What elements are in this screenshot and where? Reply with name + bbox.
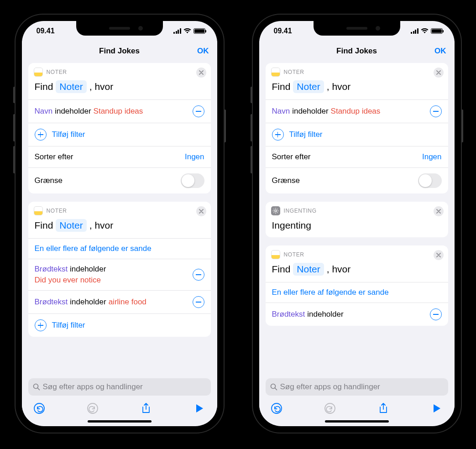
undo-button[interactable]	[33, 402, 46, 415]
gear-app-icon	[271, 206, 280, 215]
filter-operator[interactable]: indeholder	[70, 265, 106, 273]
filter-attribute[interactable]: Brødtekst	[272, 310, 305, 319]
action-title[interactable]: Find Noter , hvor	[266, 261, 448, 282]
done-button[interactable]: OK	[434, 47, 446, 56]
condition-group-button[interactable]: En eller flere af følgende er sande	[28, 239, 211, 259]
search-icon	[33, 383, 40, 391]
notes-app-icon	[34, 206, 43, 215]
condition-group-button[interactable]: En eller flere af følgende er sande	[266, 282, 448, 303]
sort-by-row[interactable]: Sorter efter Ingen	[266, 146, 448, 167]
wifi-icon	[421, 28, 429, 34]
search-input[interactable]: Søg efter apps og handlinger	[266, 378, 448, 396]
sort-value[interactable]: Ingen	[185, 152, 204, 162]
add-filter-button[interactable]: Tilføj filter	[28, 123, 211, 146]
limit-row: Grænse	[266, 168, 448, 193]
sort-value[interactable]: Ingen	[422, 152, 442, 162]
remove-action-button[interactable]	[434, 206, 444, 216]
undo-button[interactable]	[270, 402, 283, 415]
page-title: Find Jokes	[99, 47, 140, 56]
remove-filter-button[interactable]	[430, 105, 442, 117]
notes-token[interactable]: Noter	[293, 80, 324, 93]
share-button[interactable]	[140, 402, 152, 415]
svg-line-10	[277, 212, 277, 213]
filter-value[interactable]: airline food	[109, 298, 146, 307]
filter-value[interactable]: Standup ideas	[331, 107, 381, 116]
remove-action-button[interactable]	[196, 68, 206, 78]
action-card-nothing: INGENTING Ingenting	[266, 202, 448, 237]
where-word: , hvor	[89, 81, 114, 92]
notes-token[interactable]: Noter	[293, 263, 324, 276]
filter-row[interactable]: Navn indeholder Standup ideas	[266, 100, 448, 123]
svg-line-11	[277, 209, 277, 209]
filter-operator[interactable]: indeholder	[307, 310, 343, 319]
filter-attribute[interactable]: Brødtekst	[35, 265, 68, 273]
search-placeholder: Søg efter apps og handlinger	[43, 382, 143, 392]
filter-operator[interactable]: indeholder	[70, 298, 106, 307]
battery-icon	[431, 28, 443, 34]
cellular-icon	[173, 28, 181, 34]
action-card-find-notes-3: NOTER Find Noter , hvor En eller flere a…	[266, 245, 448, 326]
limit-row: Grænse	[28, 168, 211, 193]
filter-row[interactable]: Navn indeholder Standup ideas	[28, 100, 211, 123]
add-filter-button[interactable]: Tilføj filter	[266, 123, 448, 146]
run-button[interactable]	[193, 402, 206, 415]
filter-attribute[interactable]: Brødtekst	[35, 298, 68, 307]
svg-line-12	[273, 212, 274, 213]
remove-filter-button[interactable]	[193, 105, 204, 117]
remove-action-button[interactable]	[434, 250, 444, 260]
bottom-toolbar	[22, 398, 217, 419]
notes-app-icon	[271, 250, 280, 259]
limit-label: Grænse	[35, 176, 63, 185]
home-indicator[interactable]	[88, 420, 152, 423]
search-bar-container: Søg efter apps og handlinger	[259, 377, 455, 398]
notes-token[interactable]: Noter	[56, 219, 86, 232]
notes-token[interactable]: Noter	[56, 80, 86, 93]
remove-filter-button[interactable]	[430, 308, 442, 320]
action-card-find-notes-2: NOTER Find Noter , hvor En eller flere a…	[28, 202, 211, 337]
search-input[interactable]: Søg efter apps og handlinger	[28, 378, 211, 396]
limit-toggle[interactable]	[418, 173, 442, 188]
card-app-label: NOTER	[47, 69, 67, 75]
filter-row[interactable]: Brødtekst indeholder airline food	[28, 291, 211, 313]
svg-line-14	[275, 388, 277, 390]
run-button[interactable]	[430, 402, 443, 415]
filter-value[interactable]: Did you ever notice	[35, 276, 101, 285]
notes-app-icon	[271, 68, 280, 77]
svg-line-1	[37, 388, 39, 390]
filter-value[interactable]: Standup ideas	[94, 107, 143, 116]
device-frame-right: 09.41 Find Jokes OK NOTER	[252, 14, 462, 433]
sort-by-row[interactable]: Sorter efter Ingen	[28, 146, 211, 167]
action-title[interactable]: Find Noter , hvor	[28, 78, 211, 99]
editor-content: NOTER Find Noter , hvor Navn indeholder …	[259, 61, 455, 377]
filter-attribute[interactable]: Navn	[35, 107, 53, 116]
notch	[76, 21, 163, 36]
sort-label: Sorter efter	[35, 152, 73, 162]
action-title[interactable]: Find Noter , hvor	[266, 78, 448, 99]
remove-action-button[interactable]	[196, 206, 206, 216]
action-title[interactable]: Find Noter , hvor	[28, 217, 211, 238]
share-button[interactable]	[377, 402, 390, 415]
bottom-toolbar	[259, 398, 455, 419]
wifi-icon	[183, 28, 191, 34]
redo-button[interactable]	[324, 402, 336, 415]
card-app-label: INGENTING	[284, 208, 317, 214]
home-indicator[interactable]	[325, 420, 389, 423]
filter-attribute[interactable]: Navn	[272, 107, 290, 116]
redo-button[interactable]	[86, 402, 99, 415]
remove-action-button[interactable]	[434, 68, 444, 78]
nothing-action-title[interactable]: Ingenting	[266, 217, 448, 237]
screen: 09.41 Find Jokes OK NOTER	[22, 21, 217, 426]
filter-operator[interactable]: indeholder	[55, 107, 91, 116]
limit-toggle[interactable]	[181, 173, 204, 188]
remove-filter-button[interactable]	[193, 269, 204, 281]
remove-filter-button[interactable]	[193, 296, 204, 308]
filter-operator[interactable]: indeholder	[292, 107, 328, 116]
done-button[interactable]: OK	[197, 47, 209, 56]
action-card-find-notes-1: NOTER Find Noter , hvor Navn indeholder …	[266, 63, 448, 193]
device-frame-left: 09.41 Find Jokes OK NOTER	[15, 14, 225, 433]
add-filter-button[interactable]: Tilføj filter	[28, 314, 211, 337]
filter-row[interactable]: Brødtekst indeholder Did you ever notice	[28, 259, 211, 290]
find-word: Find	[35, 81, 53, 92]
filter-row[interactable]: Brødtekst indeholder	[266, 303, 448, 326]
editor-content: NOTER Find Noter , hvor Navn indeholder …	[22, 61, 217, 377]
